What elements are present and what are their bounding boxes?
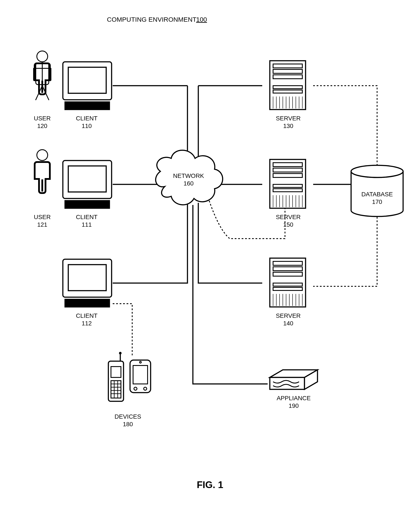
svg-rect-12 [68, 265, 106, 291]
appliance: APPLIANCE 190 [270, 370, 317, 409]
database: DATABASE 170 [351, 165, 403, 217]
link-server130-database [313, 86, 377, 168]
svg-point-62 [351, 165, 403, 177]
network-num: 160 [183, 180, 194, 187]
svg-rect-7 [65, 102, 109, 109]
user-121: USER 121 [34, 150, 51, 228]
client-112: CLIENT 112 [63, 259, 112, 327]
devices: DEVICES 180 [108, 352, 151, 428]
svg-rect-10 [65, 201, 109, 208]
network-label: NETWORK [173, 172, 204, 179]
server140-num: 140 [283, 320, 293, 327]
devices-label: DEVICES [115, 413, 141, 420]
svg-point-3 [37, 150, 48, 160]
user120-num: 120 [37, 123, 47, 129]
user120-label: USER [34, 115, 51, 122]
client111-num: 111 [82, 221, 92, 228]
title-prefix: COMPUTING ENVIRONMENT [107, 16, 196, 23]
devices-num: 180 [123, 421, 133, 428]
link-client112-devices [113, 304, 132, 356]
server-150: SERVER 150 [270, 159, 306, 228]
server130-label: SERVER [276, 115, 301, 122]
server-140: SERVER 140 [270, 258, 306, 327]
user-120: USER 120 [34, 51, 51, 129]
svg-point-0 [37, 51, 48, 62]
server130-num: 130 [283, 123, 293, 129]
svg-rect-9 [68, 166, 106, 192]
svg-rect-6 [68, 67, 106, 93]
client111-label: CLIENT [76, 214, 98, 220]
link-network-appliance [193, 205, 268, 384]
server150-label: SERVER [276, 214, 301, 220]
database-label: DATABASE [361, 191, 393, 198]
appliance-label: APPLIANCE [277, 395, 311, 402]
network-cloud: NETWORK 160 [156, 150, 223, 205]
diagram: COMPUTING ENVIRONMENT 100 NETWORK 160 US… [0, 0, 420, 531]
client112-label: CLIENT [76, 312, 98, 319]
client-111: CLIENT 111 [63, 160, 112, 228]
user121-label: USER [34, 214, 51, 220]
server150-num: 150 [283, 221, 293, 228]
appliance-num: 190 [289, 402, 299, 409]
link-network-server140 [198, 203, 262, 283]
client110-label: CLIENT [76, 115, 98, 122]
client112-num: 112 [82, 320, 92, 327]
svg-rect-13 [65, 299, 109, 307]
user121-num: 121 [37, 221, 47, 228]
client-110: CLIENT 110 [63, 62, 112, 129]
figure-label: FIG. 1 [197, 479, 223, 490]
server140-label: SERVER [276, 312, 301, 319]
client110-num: 110 [82, 123, 92, 129]
server-130: SERVER 130 [270, 61, 306, 129]
link-database-server140 [313, 217, 377, 286]
database-num: 170 [372, 199, 382, 205]
link-client112-network [113, 203, 187, 283]
title-number: 100 [196, 16, 207, 23]
svg-point-73 [119, 352, 121, 354]
